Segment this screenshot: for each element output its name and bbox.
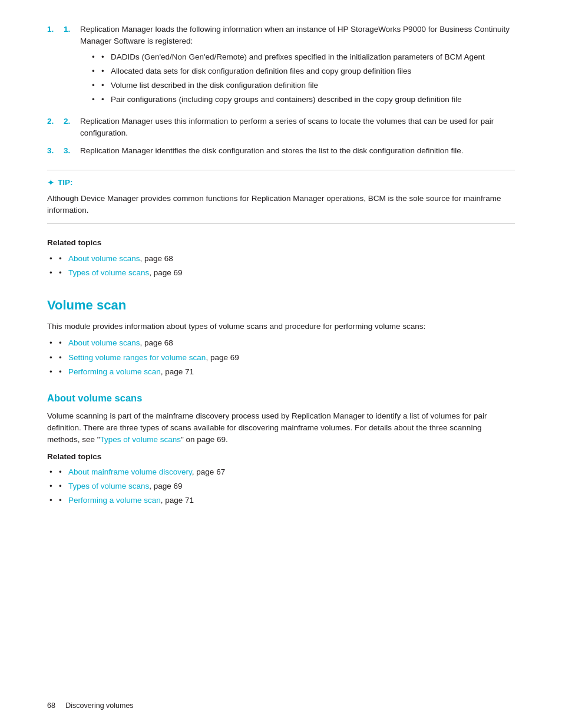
list-item-3-content: Replication Manager identifies the disk … xyxy=(80,145,515,157)
about-volume-scans-related-list: • About mainframe volume discovery, page… xyxy=(49,466,515,507)
volume-scan-link-1-wrap: About volume scans, page 68 xyxy=(68,337,173,349)
about-volume-scans-intro-part3: " on page 69. xyxy=(181,435,228,444)
related-topic-1-suffix-2: , page 69 xyxy=(149,268,182,277)
tip-icon: ✦ xyxy=(47,176,55,190)
bullet-marker: • xyxy=(101,51,111,63)
tip-content: Although Device Manager provides common … xyxy=(47,193,515,217)
volume-scan-item-1: • About volume scans, page 68 xyxy=(49,337,515,349)
types-of-volume-scans-link-3[interactable]: Types of volume scans xyxy=(68,482,149,490)
volume-scan-suffix-1: , page 68 xyxy=(140,338,173,347)
volume-scan-intro: This module provides information about t… xyxy=(47,321,515,332)
list-item-2-content: Replication Manager uses this informatio… xyxy=(80,116,515,140)
volume-scan-item-3: • Performing a volume scan, page 71 xyxy=(49,366,515,378)
related-topic-1-link-2: Types of volume scans, page 69 xyxy=(68,267,183,279)
bullet-item-1-2: • Allocated data sets for disk configura… xyxy=(92,65,515,77)
bullet-marker: • xyxy=(101,80,111,91)
bullet-marker: • xyxy=(59,253,68,265)
bullet-item-1-4: • Pair configurations (including copy gr… xyxy=(92,94,515,106)
bullet-item-1-3: • Volume list described in the disk conf… xyxy=(92,80,515,91)
bullet-marker: • xyxy=(59,480,68,492)
about-mainframe-volume-discovery-link[interactable]: About mainframe volume discovery xyxy=(68,467,192,476)
types-of-volume-scans-link-1[interactable]: Types of volume scans xyxy=(68,268,149,277)
about-volume-scans-related-title: Related topics xyxy=(47,451,515,463)
bullet-marker: • xyxy=(59,337,68,349)
volume-scan-link-2-wrap: Setting volume ranges for volume scan, p… xyxy=(68,352,239,364)
bullet-marker: • xyxy=(101,94,111,106)
bullet-marker: • xyxy=(59,466,68,478)
volume-scan-suffix-2: , page 69 xyxy=(206,353,239,362)
related-topic-1-link-1: About volume scans, page 68 xyxy=(68,253,173,265)
tip-box: ✦ TIP: Although Device Manager provides … xyxy=(47,170,515,224)
about-vs-related-item-2: • Types of volume scans, page 69 xyxy=(49,480,515,492)
related-topic-1-item-2: • Types of volume scans, page 69 xyxy=(49,267,515,279)
footer-page-number: 68 xyxy=(47,701,55,710)
list-number-1: 1. xyxy=(64,24,80,35)
about-vs-related-item-3: • Performing a volume scan, page 71 xyxy=(49,495,515,506)
volume-scan-heading: Volume scan xyxy=(47,295,515,315)
bullet-marker: • xyxy=(101,65,111,77)
performing-volume-scan-link-1[interactable]: Performing a volume scan xyxy=(68,367,161,376)
about-vs-related-link-3-wrap: Performing a volume scan, page 71 xyxy=(68,495,194,506)
list-item-3-text: Replication Manager identifies the disk … xyxy=(80,146,464,155)
list-item-1-text: Replication Manager loads the following … xyxy=(80,25,510,45)
tip-label-row: ✦ TIP: xyxy=(47,176,515,190)
volume-scan-item-2: • Setting volume ranges for volume scan,… xyxy=(49,352,515,364)
bullet-marker: • xyxy=(59,495,68,506)
footer-section: Discovering volumes xyxy=(65,701,133,710)
related-topic-1-suffix-1: , page 68 xyxy=(140,254,173,263)
bullet-text-1-4: Pair configurations (including copy grou… xyxy=(111,94,462,106)
volume-scan-list: • About volume scans, page 68 • Setting … xyxy=(49,337,515,378)
bullet-text-1-2: Allocated data sets for disk configurati… xyxy=(111,65,411,77)
bullet-text-1-3: Volume list described in the disk config… xyxy=(111,80,318,91)
performing-volume-scan-link-2[interactable]: Performing a volume scan xyxy=(68,496,161,505)
numbered-list: 1. Replication Manager loads the followi… xyxy=(47,24,515,157)
bullet-item-1-1: • DADIDs (Gen'ed/Non Gen'ed/Remote) and … xyxy=(92,51,515,63)
about-volume-scans-link-2[interactable]: About volume scans xyxy=(68,338,140,347)
about-volume-scans-related-topics: Related topics • About mainframe volume … xyxy=(47,451,515,507)
about-volume-scans-heading: About volume scans xyxy=(47,391,515,406)
bullet-marker: • xyxy=(59,366,68,378)
related-topics-1: Related topics • About volume scans, pag… xyxy=(47,237,515,279)
list-number-2: 2. xyxy=(64,116,80,127)
types-of-volume-scans-link-2[interactable]: Types of volume scans xyxy=(100,435,181,444)
about-vs-related-link-2-wrap: Types of volume scans, page 69 xyxy=(68,480,183,492)
bullet-text-1-1: DADIDs (Gen'ed/Non Gen'ed/Remote) and pr… xyxy=(111,51,485,63)
about-volume-scans-intro: Volume scanning is part of the mainframe… xyxy=(47,410,515,446)
setting-volume-ranges-link[interactable]: Setting volume ranges for volume scan xyxy=(68,353,206,362)
bullet-marker: • xyxy=(59,352,68,364)
list-item-1: 1. Replication Manager loads the followi… xyxy=(47,24,515,110)
volume-scan-suffix-3: , page 71 xyxy=(161,367,194,376)
tip-label-text: TIP: xyxy=(58,177,73,189)
about-vs-related-suffix-2: , page 69 xyxy=(149,482,182,490)
related-topic-1-item-1: • About volume scans, page 68 xyxy=(49,253,515,265)
about-volume-scans-link-1[interactable]: About volume scans xyxy=(68,254,140,263)
about-vs-related-link-1-wrap: About mainframe volume discovery, page 6… xyxy=(68,466,225,478)
about-vs-related-item-1: • About mainframe volume discovery, page… xyxy=(49,466,515,478)
related-topics-1-title: Related topics xyxy=(47,237,515,249)
list-number-3: 3. xyxy=(64,145,80,157)
footer: 68 Discovering volumes xyxy=(47,700,134,711)
about-vs-related-suffix-3: , page 71 xyxy=(161,496,194,505)
list-item-1-content: Replication Manager loads the following … xyxy=(80,24,515,110)
page: 1. Replication Manager loads the followi… xyxy=(0,0,562,728)
bullet-list-1: • DADIDs (Gen'ed/Non Gen'ed/Remote) and … xyxy=(92,51,515,106)
volume-scan-link-3-wrap: Performing a volume scan, page 71 xyxy=(68,366,194,378)
bullet-marker: • xyxy=(59,267,68,279)
about-vs-related-suffix-1: , page 67 xyxy=(192,467,225,476)
list-item-3: 3. Replication Manager identifies the di… xyxy=(47,145,515,157)
list-item-2: 2. Replication Manager uses this informa… xyxy=(47,116,515,140)
list-item-2-text: Replication Manager uses this informatio… xyxy=(80,117,494,137)
related-topics-1-list: • About volume scans, page 68 • Types of… xyxy=(49,253,515,279)
